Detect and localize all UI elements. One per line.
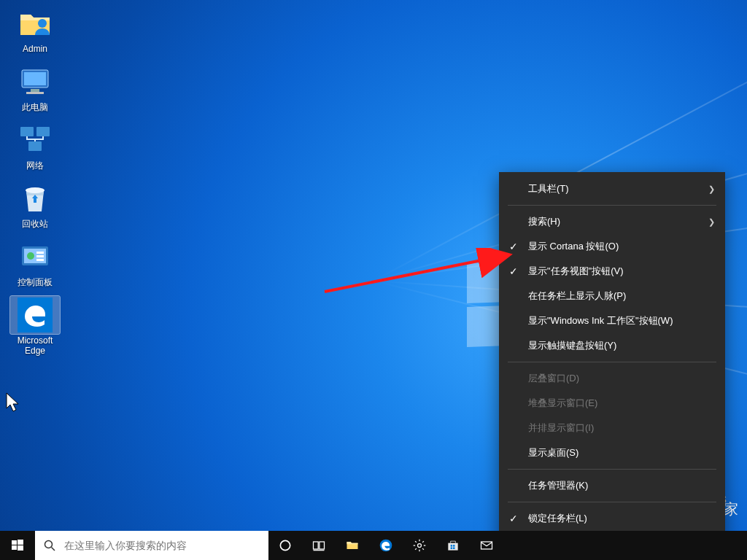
mail-icon: [479, 538, 494, 553]
edge-icon: [379, 538, 393, 553]
svg-rect-30: [320, 542, 325, 549]
context-menu-item[interactable]: 在任务栏上显示人脉(P): [499, 284, 725, 308]
desktop-icon-recycle-bin[interactable]: 回收站: [7, 179, 63, 229]
chevron-right-icon: ❯: [708, 217, 715, 227]
svg-rect-7: [28, 141, 42, 151]
start-button[interactable]: [0, 531, 35, 560]
menu-separator: [508, 205, 716, 206]
taskbar-search[interactable]: [35, 531, 268, 560]
network-icon: [18, 122, 53, 158]
check-icon: ✓: [509, 265, 518, 277]
desktop-icon-label: 回收站: [22, 219, 48, 229]
svg-rect-29: [314, 542, 319, 549]
context-menu-item[interactable]: 任务管理器(K): [499, 473, 725, 498]
context-menu-item[interactable]: ✓锁定任务栏(L): [499, 506, 725, 531]
desktop-icon-label: 控制面板: [18, 277, 53, 287]
search-icon: [35, 540, 64, 551]
menu-item-label: 显示"任务视图"按钮(V): [528, 265, 624, 278]
menu-item-label: 工具栏(T): [528, 182, 569, 195]
svg-rect-34: [451, 545, 453, 547]
svg-point-11: [27, 252, 34, 260]
cortana-icon: [278, 538, 293, 553]
menu-item-label: 显示"Windows Ink 工作区"按钮(W): [528, 314, 673, 327]
taskbar[interactable]: [0, 531, 747, 560]
svg-rect-36: [451, 548, 453, 550]
task-view-icon: [311, 538, 326, 553]
context-menu-item[interactable]: 工具栏(T)❯: [499, 176, 725, 201]
desktop-icon-edge[interactable]: Microsoft Edge: [7, 296, 63, 356]
svg-point-0: [38, 19, 47, 28]
settings-taskbar-button[interactable]: [403, 531, 436, 560]
menu-item-label: 层叠窗口(D): [528, 372, 579, 385]
menu-separator: [508, 502, 716, 502]
desktop-icon-label: 此电脑: [22, 102, 48, 112]
svg-line-27: [52, 548, 55, 551]
desktop-icons: Admin 此电脑 网络 回收站 控制面板: [7, 4, 63, 356]
context-menu-item: 并排显示窗口(I): [499, 416, 725, 440]
context-menu-item: 堆叠显示窗口(E): [499, 391, 725, 416]
menu-separator: [508, 469, 716, 470]
desktop-icon-label: 网络: [26, 160, 44, 171]
store-taskbar-button[interactable]: [436, 531, 470, 560]
control-panel-icon: [18, 239, 53, 274]
windows-logo-icon: [12, 540, 23, 551]
edge-taskbar-button[interactable]: [369, 531, 403, 560]
cortana-button[interactable]: [268, 531, 302, 560]
context-menu-item[interactable]: 搜索(H)❯: [499, 209, 725, 234]
svg-point-33: [418, 544, 422, 548]
svg-rect-3: [31, 89, 39, 92]
menu-item-label: 显示 Cortana 按钮(O): [528, 240, 619, 253]
svg-rect-5: [20, 127, 34, 136]
desktop-icon-label: Microsoft Edge: [7, 335, 63, 356]
svg-rect-2: [24, 72, 46, 85]
folder-user-icon: [18, 6, 53, 41]
menu-item-label: 显示桌面(S): [528, 446, 578, 459]
menu-item-label: 并排显示窗口(I): [528, 421, 594, 435]
menu-separator: [508, 362, 716, 362]
desktop-icon-network[interactable]: 网络: [7, 121, 63, 171]
context-menu-item: 层叠窗口(D): [499, 366, 725, 391]
menu-item-label: 任务管理器(K): [528, 479, 588, 492]
svg-point-8: [26, 187, 44, 193]
chevron-right-icon: ❯: [708, 184, 715, 194]
svg-rect-22: [12, 540, 17, 545]
context-menu-item[interactable]: ✓显示 Cortana 按钮(O): [499, 234, 725, 259]
svg-point-28: [280, 540, 290, 550]
desktop-icon-this-pc[interactable]: 此电脑: [7, 63, 63, 112]
menu-item-label: 堆叠显示窗口(E): [528, 397, 597, 410]
recycle-bin-icon: [18, 181, 53, 216]
menu-item-label: 搜索(H): [528, 215, 560, 228]
svg-rect-6: [36, 127, 50, 136]
svg-rect-4: [26, 92, 44, 94]
svg-rect-38: [481, 542, 492, 549]
svg-rect-35: [453, 545, 455, 547]
file-explorer-button[interactable]: [336, 531, 369, 560]
gear-icon: [412, 538, 427, 553]
store-icon: [446, 538, 460, 553]
menu-item-label: 锁定任务栏(L): [528, 512, 587, 525]
svg-point-26: [45, 541, 53, 548]
desktop-icon-user-folder[interactable]: Admin: [7, 4, 63, 54]
svg-rect-25: [18, 545, 23, 551]
desktop-icon-control-panel[interactable]: 控制面板: [7, 238, 63, 287]
mouse-cursor-icon: [6, 392, 20, 413]
context-menu-item[interactable]: 显示桌面(S): [499, 440, 725, 465]
context-menu-item[interactable]: ✓显示"任务视图"按钮(V): [499, 259, 725, 284]
this-pc-icon: [18, 64, 53, 99]
context-menu-item[interactable]: 显示"Windows Ink 工作区"按钮(W): [499, 308, 725, 333]
taskbar-context-menu: 工具栏(T)❯搜索(H)❯✓显示 Cortana 按钮(O)✓显示"任务视图"按…: [499, 172, 725, 560]
svg-rect-24: [12, 545, 17, 550]
search-input[interactable]: [64, 531, 268, 560]
edge-icon: [18, 298, 53, 332]
svg-rect-23: [18, 540, 23, 545]
svg-rect-14: [36, 259, 44, 261]
svg-rect-13: [36, 255, 44, 257]
context-menu-item[interactable]: 显示触摸键盘按钮(Y): [499, 333, 725, 358]
mail-taskbar-button[interactable]: [470, 531, 503, 560]
task-view-button[interactable]: [302, 531, 336, 560]
desktop-icon-label: Admin: [23, 44, 47, 54]
svg-rect-37: [453, 548, 455, 550]
folder-icon: [345, 538, 360, 553]
desktop[interactable]: Admin 此电脑 网络 回收站 控制面板: [0, 0, 747, 560]
menu-item-label: 显示触摸键盘按钮(Y): [528, 339, 616, 352]
